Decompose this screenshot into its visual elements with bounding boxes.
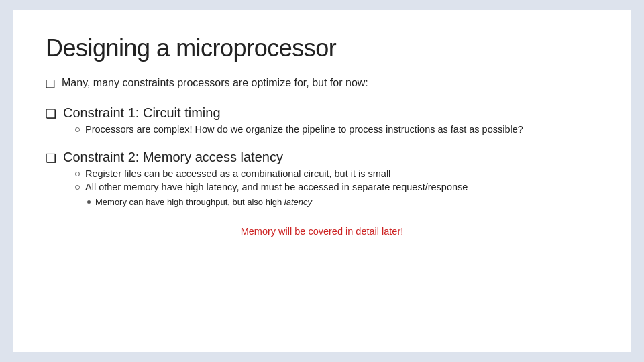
constraint1-section: ❑ Constraint 1: Circuit timing Processor… <box>46 100 598 135</box>
checkbox2-icon: ❑ <box>46 151 56 166</box>
content-area: ❑ Many, many constraints processors are … <box>46 77 598 237</box>
constraint2-sub-bullets: Register files can be accessed as a comb… <box>75 168 598 207</box>
constraint2-section: ❑ Constraint 2: Memory access latency Re… <box>46 144 598 207</box>
throughput-underline: throughput <box>186 197 227 207</box>
sub-sub-text: Memory can have high throughput, but als… <box>95 197 312 207</box>
constraint2-header: ❑ Constraint 2: Memory access latency <box>46 149 598 166</box>
highlight-text: Memory will be covered in detail later! <box>46 226 598 237</box>
checkbox-icon: ❑ <box>46 78 55 90</box>
constraint2-label: Constraint 2: Memory access latency <box>63 149 283 165</box>
circle2-icon <box>75 172 80 176</box>
constraint1-header: ❑ Constraint 1: Circuit timing <box>46 105 598 121</box>
constraint2-sub2-text: All other memory have high latency, and … <box>85 182 468 192</box>
slide-title: Designing a microprocessor <box>46 34 598 62</box>
constraint2-sub1-text: Register files can be accessed as a comb… <box>85 168 390 179</box>
constraint1-label: Constraint 1: Circuit timing <box>63 105 221 121</box>
constraint2-sub2: All other memory have high latency, and … <box>75 182 598 192</box>
dot-icon <box>87 200 91 204</box>
intro-bullet-text: Many, many constraints processors are op… <box>62 77 368 89</box>
circle-icon <box>75 127 80 132</box>
checkbox1-icon: ❑ <box>46 107 56 121</box>
constraint1-sub1: Processors are complex! How do we organi… <box>75 124 598 135</box>
intro-bullet: ❑ Many, many constraints processors are … <box>46 77 598 90</box>
constraint1-sub1-text: Processors are complex! How do we organi… <box>85 124 523 135</box>
slide: Designing a microprocessor ❑ Many, many … <box>13 10 631 352</box>
sub-sub-bullets: Memory can have high throughput, but als… <box>87 197 598 207</box>
latency-underline: latency <box>284 197 312 207</box>
constraint1-sub-bullets: Processors are complex! How do we organi… <box>75 124 598 135</box>
sub-sub-bullet1: Memory can have high throughput, but als… <box>87 197 598 207</box>
constraint2-sub1: Register files can be accessed as a comb… <box>75 168 598 179</box>
circle3-icon <box>75 185 80 190</box>
